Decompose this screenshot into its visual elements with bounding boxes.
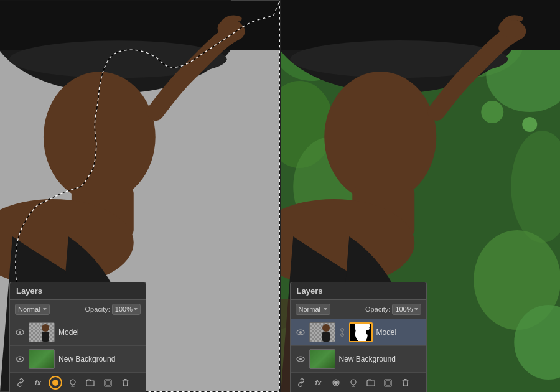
svg-point-42 bbox=[498, 19, 523, 37]
left-fx-label: fx bbox=[35, 379, 41, 386]
left-adjustment-icon bbox=[52, 379, 59, 386]
right-bg-name: New Background bbox=[339, 355, 421, 363]
left-paint-btn[interactable] bbox=[66, 376, 80, 390]
right-delete-btn[interactable] bbox=[399, 376, 413, 390]
svg-point-45 bbox=[322, 324, 330, 332]
left-fx-btn[interactable]: fx bbox=[31, 376, 45, 390]
left-folder-btn[interactable] bbox=[83, 376, 97, 390]
svg-point-10 bbox=[19, 331, 21, 334]
left-opacity-control: Opacity: 100% bbox=[85, 304, 141, 315]
svg-rect-46 bbox=[322, 332, 330, 342]
left-layers-title: Layers bbox=[16, 286, 42, 296]
right-eye-model-icon[interactable] bbox=[296, 327, 306, 337]
right-blend-mode-label: Normal bbox=[299, 306, 320, 313]
svg-point-11 bbox=[42, 324, 49, 332]
svg-point-15 bbox=[52, 380, 58, 386]
right-model-thumb bbox=[309, 322, 335, 342]
svg-point-34 bbox=[522, 117, 537, 132]
right-paint-btn[interactable] bbox=[347, 376, 360, 390]
left-panel: Layers Normal Opacity: 100% bbox=[0, 0, 280, 392]
svg-point-8 bbox=[218, 19, 243, 37]
left-blend-mode-select[interactable]: Normal bbox=[15, 304, 50, 315]
right-folder-icon bbox=[366, 379, 375, 386]
right-fx-btn[interactable]: fx bbox=[312, 376, 325, 390]
right-paint-icon bbox=[349, 378, 358, 387]
left-model-name: Model bbox=[58, 328, 141, 337]
left-bg-name: New Background bbox=[58, 355, 141, 363]
left-link-icon bbox=[16, 378, 25, 387]
right-mask-content bbox=[350, 324, 371, 341]
svg-point-39 bbox=[324, 72, 436, 202]
left-opacity-value[interactable]: 100% bbox=[112, 304, 141, 315]
right-opacity-control: Opacity: 100% bbox=[365, 304, 421, 315]
left-blend-mode-label: Normal bbox=[18, 306, 40, 313]
left-layer-model[interactable]: Model bbox=[10, 319, 146, 346]
left-bg-thumb-content bbox=[29, 350, 54, 368]
left-opacity-label: Opacity: bbox=[85, 306, 110, 313]
left-delete-icon bbox=[121, 378, 129, 387]
right-bg-thumb bbox=[309, 349, 335, 369]
left-link-btn[interactable] bbox=[14, 376, 27, 390]
svg-rect-18 bbox=[106, 381, 110, 385]
right-mask-thumb bbox=[349, 322, 373, 342]
left-eye-model-icon[interactable] bbox=[15, 327, 25, 337]
right-link-btn[interactable] bbox=[294, 376, 308, 390]
svg-point-44 bbox=[299, 331, 302, 334]
right-link-icon bbox=[297, 378, 306, 387]
left-folder-icon bbox=[86, 379, 95, 386]
right-folder-btn[interactable] bbox=[364, 376, 378, 390]
left-frame-icon bbox=[104, 379, 112, 387]
right-eye-bg-icon[interactable] bbox=[296, 354, 306, 364]
left-blend-chevron-icon bbox=[43, 308, 47, 310]
right-opacity-value[interactable]: 100% bbox=[392, 304, 421, 315]
right-layers-header: Layers bbox=[291, 282, 426, 300]
right-layers-toolbar: fx bbox=[291, 373, 426, 392]
right-layer-model[interactable]: Model bbox=[291, 319, 426, 346]
svg-point-58 bbox=[351, 380, 356, 385]
right-opacity-label: Opacity: bbox=[365, 306, 390, 313]
svg-point-57 bbox=[334, 381, 338, 385]
right-fx-label: fx bbox=[315, 379, 322, 386]
right-bg-thumb-content bbox=[310, 350, 335, 368]
right-opacity-chevron-icon bbox=[414, 308, 418, 310]
right-layers-controls: Normal Opacity: 100% bbox=[291, 300, 426, 319]
right-chain-icon bbox=[339, 328, 345, 337]
svg-point-14 bbox=[19, 358, 21, 360]
svg-rect-53 bbox=[355, 324, 370, 328]
left-layers-header: Layers bbox=[10, 282, 146, 300]
svg-point-47 bbox=[340, 329, 343, 332]
left-frame-btn[interactable] bbox=[101, 376, 114, 390]
left-opacity-chevron-icon bbox=[134, 308, 138, 310]
right-model-thumb-bg bbox=[310, 323, 335, 342]
left-adjustment-btn[interactable] bbox=[49, 376, 62, 390]
svg-point-55 bbox=[299, 358, 302, 360]
left-layers-controls: Normal Opacity: 100% bbox=[10, 300, 146, 319]
right-delete-icon bbox=[401, 378, 409, 387]
svg-rect-60 bbox=[386, 381, 390, 385]
right-panel: Layers Normal Opacity: 100% bbox=[281, 0, 561, 392]
right-layer-background[interactable]: New Background bbox=[291, 346, 426, 373]
right-layers-panel: Layers Normal Opacity: 100% bbox=[290, 282, 427, 392]
svg-rect-12 bbox=[42, 332, 49, 342]
right-blend-mode-select[interactable]: Normal bbox=[296, 304, 330, 315]
svg-point-32 bbox=[481, 101, 503, 123]
svg-point-16 bbox=[70, 380, 75, 385]
right-frame-icon bbox=[384, 379, 392, 387]
left-layer-background[interactable]: New Background bbox=[10, 346, 146, 373]
left-layers-panel: Layers Normal Opacity: 100% bbox=[9, 282, 146, 392]
left-delete-btn[interactable] bbox=[118, 376, 132, 390]
left-paint-icon bbox=[68, 378, 77, 387]
left-model-thumb-bg bbox=[29, 323, 54, 342]
right-adjustment-icon bbox=[332, 379, 340, 386]
right-layers-title: Layers bbox=[297, 286, 323, 296]
right-blend-chevron-icon bbox=[324, 308, 327, 310]
left-layers-toolbar: fx bbox=[10, 373, 146, 392]
left-bg-thumb bbox=[29, 349, 55, 369]
left-eye-bg-icon[interactable] bbox=[15, 354, 25, 364]
left-model-thumb bbox=[29, 322, 55, 342]
right-frame-btn[interactable] bbox=[381, 376, 395, 390]
right-model-name: Model bbox=[376, 328, 421, 337]
right-adjustment-btn[interactable] bbox=[329, 376, 343, 390]
